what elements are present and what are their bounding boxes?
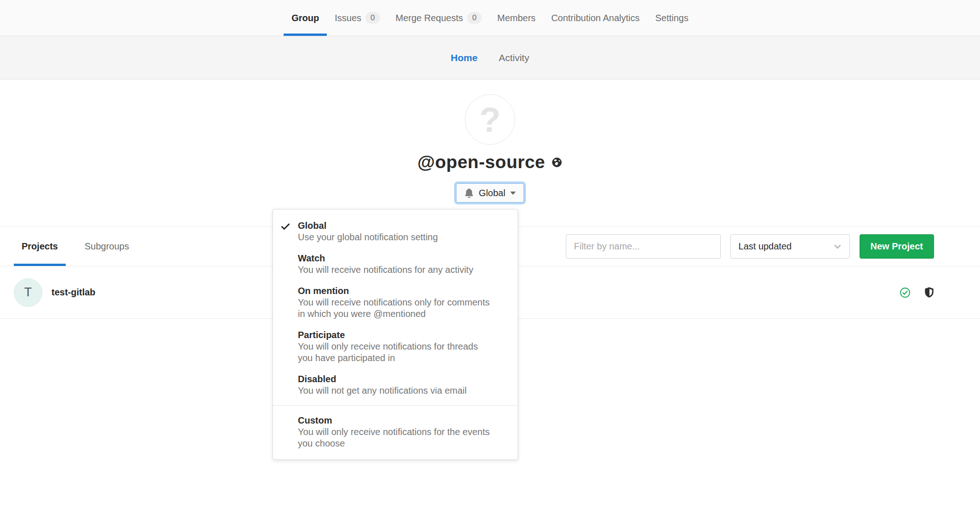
chevron-down-icon [833,243,842,251]
group-title: @open-source [0,152,980,172]
notification-option-on-mention[interactable]: On mention You will receive notification… [273,280,518,324]
notification-dropdown-menu: Global Use your global notification sett… [273,209,518,460]
notification-option-title: Custom [298,414,490,426]
tab-subgroups-label: Subgroups [85,241,129,252]
tab-merge-requests-label: Merge Requests [396,13,463,23]
bell-icon [464,188,474,198]
check-icon [280,221,291,232]
notification-option-title: Watch [298,252,490,264]
notification-option-custom[interactable]: Custom You will only receive notificatio… [273,410,518,454]
caret-down-icon [510,192,516,195]
group-avatar-placeholder: ? [479,100,501,140]
notification-option-description: Use your global notification setting [298,232,490,243]
notification-dropdown-button[interactable]: Global [456,183,524,203]
notification-option-description: You will only receive notifications for … [298,341,490,364]
group-avatar: ? [465,94,515,145]
notification-option-description: You will receive notifications for any a… [298,264,490,276]
merge-requests-count-badge: 0 [467,12,481,24]
tab-contribution-analytics-label: Contribution Analytics [551,13,639,23]
tab-issues-label: Issues [335,13,361,23]
tab-members[interactable]: Members [490,0,543,36]
public-globe-icon [551,157,563,168]
notification-option-global[interactable]: Global Use your global notification sett… [273,215,518,248]
scope-nav-activity[interactable]: Activity [499,52,530,63]
tab-group-label: Group [291,13,319,23]
notification-option-title: Disabled [298,373,490,385]
project-avatar: T [14,278,42,307]
dropdown-divider [273,405,518,406]
group-name: @open-source [417,152,545,172]
tab-settings-label: Settings [655,13,688,23]
tab-group[interactable]: Group [284,0,327,36]
group-header: ? @open-source Global [0,79,980,227]
issues-count-badge: 0 [365,12,380,24]
notification-option-title: Global [298,220,490,232]
pipeline-status-passed-icon[interactable] [900,287,911,298]
notification-option-description: You will only receive notifications for … [298,426,490,449]
notification-level-label: Global [479,188,506,198]
project-avatar-initial: T [24,285,32,300]
project-name-link[interactable]: test-gitlab [51,287,96,298]
new-project-button[interactable]: New Project [860,234,934,259]
tab-members-label: Members [497,13,536,23]
notification-option-disabled[interactable]: Disabled You will not get any notificati… [273,368,518,401]
notification-option-watch[interactable]: Watch You will receive notifications for… [273,248,518,280]
tab-projects[interactable]: Projects [14,227,66,266]
tab-contribution-analytics[interactable]: Contribution Analytics [543,0,647,36]
scope-nav: Home Activity [0,36,980,79]
tab-settings[interactable]: Settings [647,0,696,36]
sort-dropdown[interactable]: Last updated [730,234,850,259]
group-top-nav: Group Issues 0 Merge Requests 0 Members … [0,0,980,36]
tab-merge-requests[interactable]: Merge Requests 0 [388,0,490,36]
visibility-internal-shield-icon [924,287,934,298]
filter-by-name-input[interactable] [566,234,721,259]
tab-issues[interactable]: Issues 0 [327,0,387,36]
notification-option-description: You will receive notifications only for … [298,297,490,320]
notification-option-description: You will not get any notifications via e… [298,385,490,396]
notification-option-title: Participate [298,329,490,341]
notification-option-title: On mention [298,285,490,297]
tab-projects-label: Projects [22,241,58,252]
notification-option-participate[interactable]: Participate You will only receive notifi… [273,324,518,368]
tab-subgroups[interactable]: Subgroups [77,227,137,266]
scope-nav-home[interactable]: Home [451,52,478,63]
sort-selected-label: Last updated [739,241,792,252]
